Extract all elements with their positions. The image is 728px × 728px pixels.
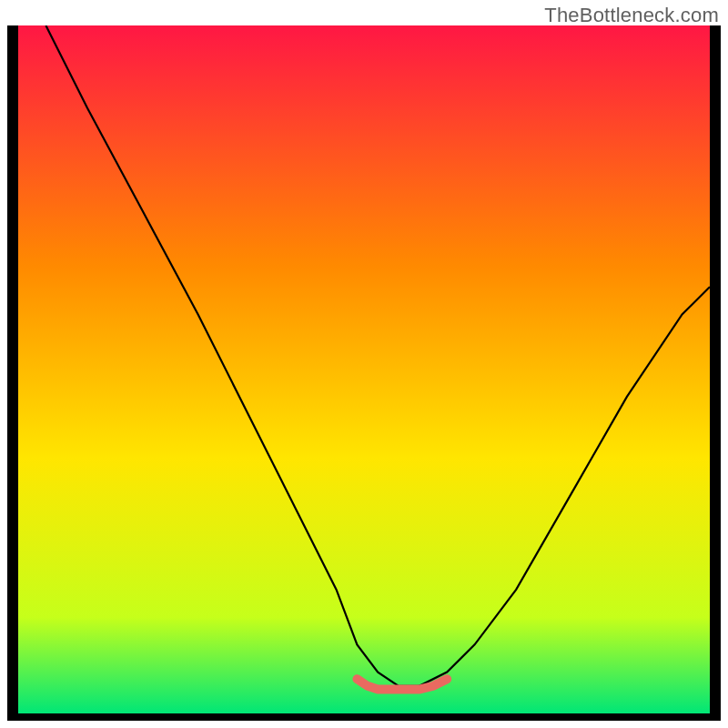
chart-svg	[7, 25, 721, 721]
watermark-text: TheBottleneck.com	[544, 4, 719, 27]
gradient-bg	[18, 25, 710, 713]
plot-area	[7, 25, 721, 721]
chart-frame: TheBottleneck.com	[0, 0, 728, 728]
